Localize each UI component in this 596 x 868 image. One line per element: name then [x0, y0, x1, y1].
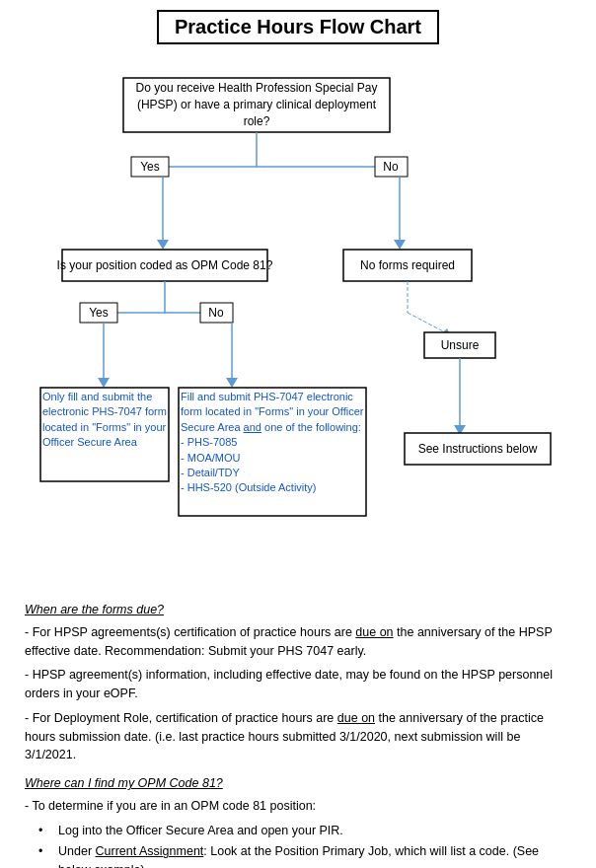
svg-marker-9 [157, 240, 169, 250]
svg-line-27 [408, 313, 449, 334]
svg-text:No forms required: No forms required [360, 258, 455, 272]
bullet-1: • Log into the Officer Secure Area and o… [25, 822, 571, 840]
svg-text:Unsure: Unsure [441, 338, 480, 352]
page-title: Practice Hours Flow Chart [157, 10, 439, 44]
svg-text:Yes: Yes [89, 306, 109, 320]
svg-marker-25 [226, 378, 238, 388]
svg-marker-23 [98, 378, 110, 388]
svg-text:No: No [383, 160, 399, 174]
flowchart-diagram: Do you receive Health Profession Special… [15, 68, 587, 591]
when-due-heading: When are the forms due? [25, 601, 571, 619]
svg-text:No: No [208, 306, 224, 320]
svg-text:Is your position coded as OPM : Is your position coded as OPM Code 81? [57, 258, 273, 272]
when-due-line-3: - For Deployment Role, certification of … [25, 709, 571, 764]
bullet-2: • Under Current Assignment: Look at the … [25, 842, 571, 868]
svg-text:See Instructions below: See Instructions below [418, 442, 538, 456]
text-section: When are the forms due? - For HPSP agree… [15, 601, 581, 868]
svg-text:Yes: Yes [140, 160, 160, 174]
when-due-line-1: - For HPSP agreements(s) certification o… [25, 623, 571, 661]
where-opm-heading: Where can I find my OPM Code 81? [25, 774, 571, 793]
svg-marker-11 [394, 240, 406, 250]
when-due-line-2: - HPSP agreement(s) information, includi… [25, 666, 571, 703]
opm-intro: - To determine if you are in an OPM code… [25, 797, 571, 816]
